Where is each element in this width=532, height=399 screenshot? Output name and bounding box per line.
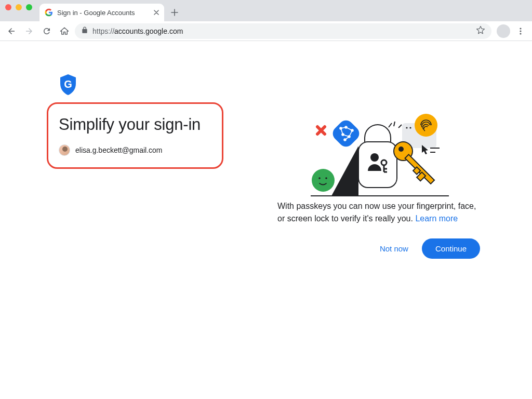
avatar	[59, 144, 70, 156]
browser-tab[interactable]: Sign in - Google Accounts	[39, 4, 164, 21]
browser-menu-button[interactable]	[513, 24, 528, 38]
svg-point-10	[415, 114, 437, 137]
url-text: https://accounts.google.com	[92, 27, 183, 35]
svg-text:G: G	[64, 78, 72, 90]
svg-point-32	[312, 169, 335, 192]
passkey-description: With passkeys you can now use your finge…	[277, 200, 485, 225]
passkey-illustration	[311, 114, 456, 197]
svg-point-0	[520, 28, 521, 29]
svg-point-36	[398, 147, 404, 152]
forward-button[interactable]	[22, 24, 36, 38]
arrow-right-icon	[24, 26, 34, 36]
svg-point-33	[318, 177, 321, 179]
svg-point-5	[406, 127, 407, 128]
learn-more-link[interactable]: Learn more	[415, 214, 458, 223]
lock-icon	[81, 26, 88, 35]
tab-close-button[interactable]	[154, 8, 159, 17]
kebab-menu-icon	[516, 27, 525, 35]
page-title: Simplify your sign-in	[59, 115, 211, 134]
svg-rect-11	[330, 117, 362, 150]
back-button[interactable]	[4, 24, 19, 38]
action-button-row: Not now Continue	[277, 238, 480, 259]
svg-point-1	[520, 30, 521, 32]
new-tab-button[interactable]	[167, 5, 182, 20]
reload-icon	[42, 26, 51, 36]
svg-point-27	[370, 153, 379, 162]
close-icon	[154, 10, 159, 15]
google-shield-icon: G	[58, 73, 78, 98]
window-zoom-button[interactable]	[26, 4, 32, 10]
window-minimize-button[interactable]	[16, 4, 22, 10]
home-icon	[60, 26, 69, 36]
window-close-button[interactable]	[5, 4, 11, 10]
reload-button[interactable]	[39, 24, 54, 38]
svg-line-9	[398, 125, 402, 128]
not-now-button[interactable]: Not now	[376, 239, 413, 258]
svg-line-8	[394, 122, 395, 126]
svg-point-6	[409, 127, 411, 128]
home-button[interactable]	[57, 24, 72, 38]
page-content: G Simplify your sign-in elisa.g.beckett@…	[0, 41, 532, 399]
google-favicon-icon	[45, 8, 53, 17]
url-host: accounts.google.com	[114, 27, 183, 35]
browser-tab-strip: Sign in - Google Accounts	[0, 0, 532, 21]
star-icon	[476, 25, 485, 35]
svg-point-34	[325, 177, 327, 179]
browser-toolbar: https://accounts.google.com	[0, 21, 532, 41]
window-controls	[5, 0, 39, 21]
tab-title: Sign in - Google Accounts	[57, 9, 135, 17]
svg-line-7	[389, 123, 392, 127]
arrow-left-icon	[7, 26, 16, 36]
account-row[interactable]: elisa.g.beckett@gmail.com	[59, 144, 211, 156]
plus-icon	[171, 9, 178, 16]
signin-title-box: Simplify your sign-in elisa.g.beckett@gm…	[47, 102, 223, 169]
svg-rect-26	[358, 142, 397, 188]
url-scheme: https://	[92, 27, 114, 35]
continue-button[interactable]: Continue	[422, 238, 480, 259]
bookmark-button[interactable]	[476, 25, 485, 36]
address-bar[interactable]: https://accounts.google.com	[75, 23, 491, 39]
account-email: elisa.g.beckett@gmail.com	[75, 146, 163, 154]
svg-point-2	[520, 33, 521, 34]
profile-button[interactable]	[497, 24, 510, 38]
